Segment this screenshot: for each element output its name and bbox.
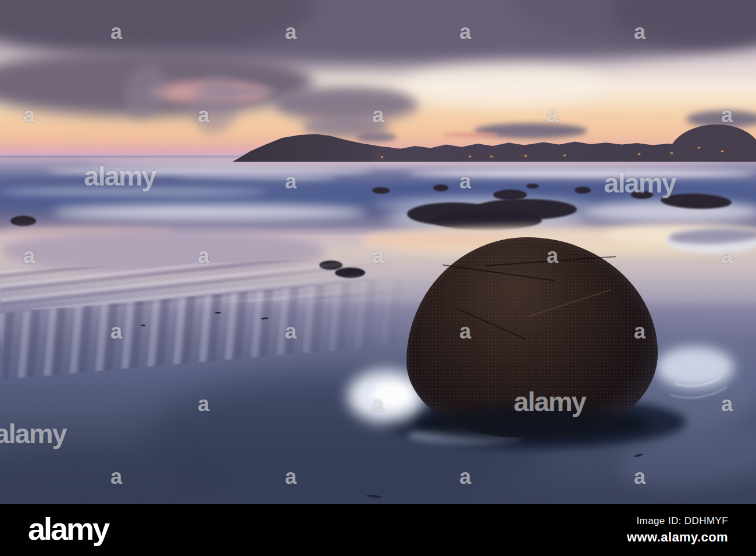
seaweed-debris xyxy=(141,325,145,326)
sea-mist xyxy=(47,167,372,175)
shore-light xyxy=(564,155,566,156)
shore-light xyxy=(671,152,673,154)
rock xyxy=(575,187,591,194)
boulder-base-shadow xyxy=(415,407,650,441)
sea-mist xyxy=(0,187,268,197)
stock-photo-page: aaaaaaaaaaaaaaaaaaaaaaaaaaaalamyalamyala… xyxy=(0,0,756,556)
cloud-bright-gap xyxy=(407,64,605,105)
shore-light xyxy=(469,156,471,157)
footer-info: Image ID: DDHMYF www.alamy.com xyxy=(627,515,728,545)
shore-light xyxy=(490,156,493,157)
website-url-text: www.alamy.com xyxy=(627,530,728,545)
shore-light xyxy=(638,154,640,155)
alamy-logo: alamy xyxy=(28,513,108,548)
beach-photo: aaaaaaaaaaaaaaaaaaaaaaaaaaaalamyalamyala… xyxy=(0,0,756,504)
rock xyxy=(433,184,448,191)
image-id-text: Image ID: DDHMYF xyxy=(627,515,728,527)
cloud-pink-wisp xyxy=(443,132,498,138)
sea-mist xyxy=(407,169,756,178)
shore-light xyxy=(381,156,383,158)
cloud-small xyxy=(356,133,397,142)
rock xyxy=(526,184,539,188)
rock xyxy=(631,191,653,199)
shore-light xyxy=(721,151,723,152)
footer-bar: alamy Image ID: DDHMYF www.alamy.com xyxy=(0,504,756,556)
shore-light xyxy=(525,155,527,156)
cloud-thin-wisp xyxy=(205,87,280,95)
rock xyxy=(10,216,36,226)
rock xyxy=(372,187,390,194)
sea-mist xyxy=(52,205,366,220)
shore-light xyxy=(698,147,700,148)
pool-glow-left-core xyxy=(372,383,411,407)
